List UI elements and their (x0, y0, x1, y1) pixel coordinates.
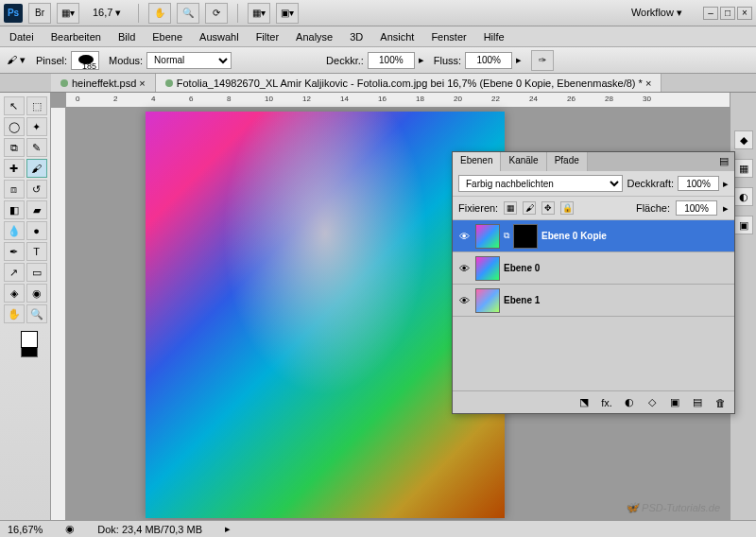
healing-tool[interactable]: ✚ (4, 159, 25, 178)
arrange-docs-button[interactable]: ▦▾ (248, 3, 270, 24)
arrow-icon[interactable]: ▸ (723, 202, 729, 215)
rotate-view-shortcut[interactable]: ⟳ (205, 3, 228, 24)
move-tool[interactable]: ↖ (4, 96, 25, 115)
layers-panel-icon[interactable]: ▣ (734, 216, 753, 234)
hand-tool[interactable]: ✋ (4, 304, 25, 323)
3d-tool[interactable]: ◈ (4, 284, 25, 303)
bridge-button[interactable]: Br (28, 3, 51, 24)
airbrush-toggle[interactable]: ✑ (531, 50, 554, 71)
eraser-tool[interactable]: ◧ (4, 200, 25, 219)
menu-filter[interactable]: Filter (256, 31, 279, 43)
lock-pixels-icon[interactable]: 🖌 (523, 201, 536, 215)
layer-name[interactable]: Ebene 0 Kopie (541, 231, 607, 241)
layer-style-icon[interactable]: fx. (598, 395, 615, 410)
vertical-ruler[interactable] (51, 108, 66, 520)
photoshop-logo-icon: Ps (4, 4, 23, 23)
link-layers-icon[interactable]: ⬔ (576, 395, 593, 410)
visibility-eye-icon[interactable]: 👁 (456, 293, 472, 308)
layer-thumbnail[interactable] (475, 256, 500, 281)
crop-tool[interactable]: ⧉ (4, 138, 25, 157)
tab-pfade[interactable]: Pfade (547, 152, 588, 171)
menu-bearbeiten[interactable]: Bearbeiten (51, 31, 101, 43)
path-select-tool[interactable]: ↗ (4, 263, 25, 282)
tab-kanaele[interactable]: Kanäle (501, 152, 546, 171)
eyedropper-tool[interactable]: ✎ (26, 138, 47, 157)
tab-ebenen[interactable]: Ebenen (453, 152, 501, 171)
stamp-tool[interactable]: ⧈ (4, 180, 25, 199)
history-brush-tool[interactable]: ↺ (26, 180, 47, 199)
type-tool[interactable]: T (26, 242, 47, 261)
screen-mode-button[interactable]: ▣▾ (276, 3, 299, 24)
menu-3d[interactable]: 3D (350, 31, 363, 43)
document-tab[interactable]: Fotolia_14982670_XL Amir Kaljikovic - Fo… (156, 74, 662, 92)
pen-tool[interactable]: ✒ (4, 242, 25, 261)
layer-thumbnail[interactable] (475, 224, 500, 249)
menu-fenster[interactable]: Fenster (431, 31, 466, 43)
visibility-eye-icon[interactable]: 👁 (456, 229, 472, 244)
layer-thumbnail[interactable] (475, 288, 500, 313)
history-dropdown[interactable]: ▦▾ (57, 3, 79, 24)
adjustment-layer-icon[interactable]: ◇ (644, 395, 661, 410)
swatches-panel-icon[interactable]: ▦ (734, 159, 753, 178)
layer-blend-mode-select[interactable]: Farbig nachbelichten (458, 175, 623, 192)
foreground-color-swatch[interactable] (21, 331, 38, 348)
menu-auswahl[interactable]: Auswahl (199, 31, 239, 43)
document-tab[interactable]: heineffekt.psd × (51, 74, 156, 92)
zoom-dropdown[interactable]: 16,7 ▾ (93, 7, 121, 19)
opacity-input[interactable] (368, 52, 415, 69)
zoom-tool-shortcut[interactable]: 🔍 (177, 3, 199, 24)
group-icon[interactable]: ▣ (666, 395, 683, 410)
marquee-tool[interactable]: ⬚ (26, 96, 47, 115)
menu-analyse[interactable]: Analyse (296, 31, 333, 43)
close-button[interactable]: × (737, 7, 752, 20)
horizontal-ruler[interactable]: 0 2 4 6 8 10 12 14 16 18 20 22 24 26 28 … (66, 93, 730, 108)
layer-row[interactable]: 👁 Ebene 0 (453, 252, 734, 285)
new-layer-icon[interactable]: ▤ (689, 395, 706, 410)
menu-bild[interactable]: Bild (118, 31, 135, 43)
layer-name[interactable]: Ebene 1 (504, 295, 540, 305)
adjustments-panel-icon[interactable]: ◐ (734, 187, 753, 206)
layer-name[interactable]: Ebene 0 (504, 263, 540, 273)
hand-tool-shortcut[interactable]: ✋ (148, 3, 171, 24)
maximize-button[interactable]: □ (720, 7, 735, 20)
status-zoom[interactable]: 16,67% (8, 524, 43, 535)
dodge-tool[interactable]: ● (26, 221, 47, 240)
shape-tool[interactable]: ▭ (26, 263, 47, 282)
mask-thumbnail[interactable] (513, 224, 538, 249)
visibility-eye-icon[interactable]: 👁 (456, 261, 472, 276)
3d-camera-tool[interactable]: ◉ (26, 284, 47, 303)
arrow-icon[interactable]: ▸ (225, 523, 231, 535)
flow-input[interactable] (465, 52, 512, 69)
workspace-switcher[interactable]: Workflow ▾ (626, 7, 688, 19)
lasso-tool[interactable]: ◯ (4, 117, 25, 136)
layer-fill-input[interactable] (676, 200, 717, 216)
lock-transparency-icon[interactable]: ▦ (504, 201, 517, 215)
color-panel-icon[interactable]: ◆ (734, 130, 753, 149)
panel-menu-icon[interactable]: ▤ (713, 152, 734, 171)
menu-datei[interactable]: Datei (9, 31, 34, 43)
menu-hilfe[interactable]: Hilfe (484, 31, 505, 43)
layer-row[interactable]: 👁 ⧉ Ebene 0 Kopie (453, 220, 734, 252)
delete-layer-icon[interactable]: 🗑 (712, 395, 729, 410)
layer-row[interactable]: 👁 Ebene 1 (453, 285, 734, 317)
document-canvas[interactable] (146, 112, 505, 518)
layer-mask-icon[interactable]: ◐ (621, 395, 638, 410)
menu-ansicht[interactable]: Ansicht (380, 31, 414, 43)
menu-ebene[interactable]: Ebene (152, 31, 182, 43)
brush-tool[interactable]: 🖌 (26, 159, 47, 178)
minimize-button[interactable]: – (703, 7, 718, 20)
lock-all-icon[interactable]: 🔒 (560, 201, 574, 215)
wand-tool[interactable]: ✦ (26, 117, 47, 136)
arrow-icon[interactable]: ▸ (723, 178, 729, 190)
opacity-arrow-icon[interactable]: ▸ (419, 54, 424, 66)
blur-tool[interactable]: 💧 (4, 221, 25, 240)
current-tool-icon[interactable]: 🖌 ▾ (6, 52, 26, 69)
gradient-tool[interactable]: ▰ (26, 200, 47, 219)
brush-preset-picker[interactable]: 185 (71, 51, 99, 70)
status-doc-info[interactable]: Dok: 23,4 MB/70,3 MB (97, 524, 202, 535)
flow-arrow-icon[interactable]: ▸ (516, 54, 522, 66)
layer-opacity-input[interactable] (678, 176, 719, 191)
blend-mode-select[interactable]: Normal (146, 52, 232, 69)
zoom-tool[interactable]: 🔍 (26, 304, 47, 323)
lock-position-icon[interactable]: ✥ (541, 201, 555, 215)
